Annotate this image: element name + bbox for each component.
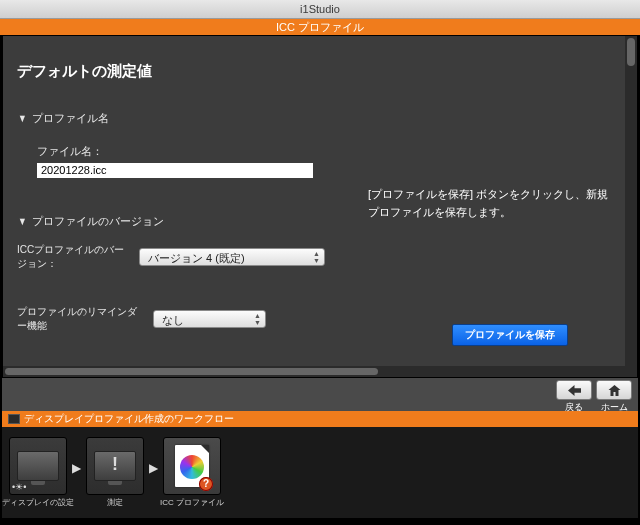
step-separator-icon: ▶ — [149, 461, 158, 485]
workflow-strip: •☀• ディスプレイの設定 ▶ ! 測定 ▶ ? ICC プロファイル — [2, 427, 638, 518]
monitor-icon — [8, 414, 20, 424]
brightness-icon: •☀• — [12, 482, 26, 492]
icc-version-select[interactable]: バージョン 4 (既定) ▲▼ — [139, 248, 325, 266]
exclamation-icon: ! — [112, 454, 118, 475]
arrow-left-icon — [568, 385, 581, 396]
icc-version-label: ICCプロファイルのバージョン： — [3, 243, 139, 271]
home-label: ホーム — [596, 401, 632, 414]
disclosure-triangle-icon: ▼ — [18, 215, 27, 227]
chevron-updown-icon: ▲▼ — [313, 249, 320, 265]
section-profile-version-label: プロファイルのバージョン — [32, 215, 164, 227]
chevron-updown-icon: ▲▼ — [254, 311, 261, 327]
workflow-step-display-settings[interactable]: •☀• ディスプレイの設定 — [6, 437, 70, 508]
help-badge-icon: ? — [199, 477, 213, 491]
icc-profile-doc-icon: ? — [175, 445, 209, 487]
reminder-select[interactable]: なし ▲▼ — [153, 310, 266, 328]
workflow-step-icc-profile[interactable]: ? ICC プロファイル — [160, 437, 224, 508]
reminder-label: プロファイルのリマインダー機能 — [3, 305, 153, 333]
home-button[interactable] — [596, 380, 632, 400]
step-separator-icon: ▶ — [72, 461, 81, 485]
page-title: デフォルトの測定値 — [17, 62, 358, 81]
section-profile-name-label: プロファイル名 — [32, 112, 109, 124]
workflow-step-label: 測定 — [107, 497, 123, 508]
workflow-header: ディスプレイプロファイル作成のワークフロー — [2, 411, 638, 427]
main-panel: デフォルトの測定値 ▼プロファイル名 ファイル名： ▼プロファイルのバージョン … — [2, 35, 638, 378]
disclosure-triangle-icon: ▼ — [18, 112, 27, 124]
filename-label: ファイル名： — [37, 144, 358, 159]
instruction-text: [プロファイルを保存] ボタンをクリックし、新規プロファイルを保存します。 — [368, 186, 619, 221]
icc-version-value: バージョン 4 (既定) — [148, 252, 245, 264]
home-icon — [608, 385, 621, 396]
horizontal-scrollbar[interactable] — [3, 366, 625, 377]
workflow-step-measure[interactable]: ! 測定 — [83, 437, 147, 508]
back-label: 戻る — [556, 401, 592, 414]
vertical-scrollbar[interactable] — [625, 36, 637, 377]
settings-pane: デフォルトの測定値 ▼プロファイル名 ファイル名： ▼プロファイルのバージョン … — [3, 36, 358, 377]
nav-bar: 戻る ホーム — [2, 378, 638, 411]
save-profile-button[interactable]: プロファイルを保存 — [452, 324, 568, 346]
window-titlebar: i1Studio — [0, 0, 640, 19]
workflow-title: ディスプレイプロファイル作成のワークフロー — [24, 411, 234, 427]
back-button[interactable] — [556, 380, 592, 400]
section-profile-name[interactable]: ▼プロファイル名 — [17, 111, 358, 126]
reminder-value: なし — [162, 314, 184, 326]
workflow-step-label: ディスプレイの設定 — [2, 497, 74, 508]
filename-input[interactable] — [37, 163, 313, 178]
module-header: ICC プロファイル — [0, 19, 640, 35]
workflow-step-label: ICC プロファイル — [160, 497, 224, 508]
info-pane: [プロファイルを保存] ボタンをクリックし、新規プロファイルを保存します。 プロ… — [358, 36, 637, 377]
section-profile-version[interactable]: ▼プロファイルのバージョン — [17, 214, 358, 229]
